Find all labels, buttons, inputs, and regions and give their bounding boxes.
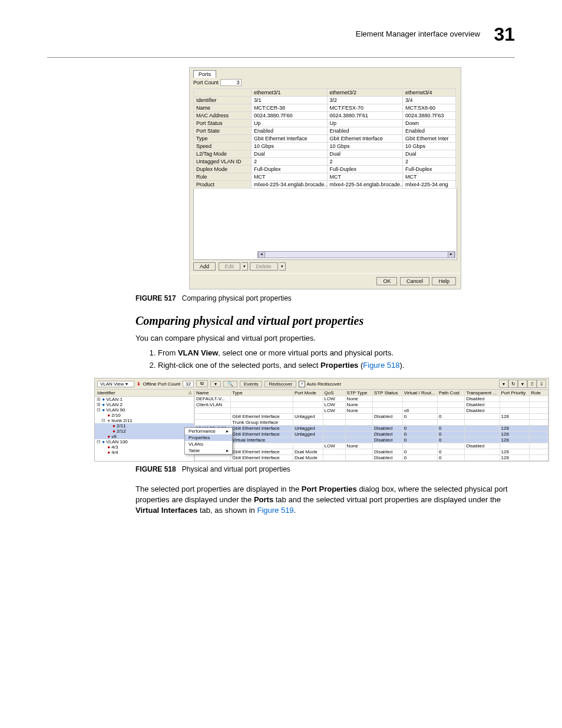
context-menu-item[interactable]: Properties [185, 434, 232, 441]
grid-row[interactable]: Gbit Ethernet InterfaceUntaggedDisabled0… [195, 414, 548, 420]
grid-cell [293, 402, 323, 408]
grid-column-header[interactable]: Role [530, 390, 548, 396]
tree-item[interactable]: ● 2/10 [95, 413, 194, 418]
view-dropdown[interactable]: VLAN View ▾ [97, 381, 134, 387]
vlan-grid-pane[interactable]: NameTypePort ModeQoSSTP TypeSTP StatusVi… [194, 390, 548, 461]
tree-item[interactable]: ⊟ ● trunk 2/11 [95, 418, 194, 423]
delete-button[interactable]: Delete [250, 262, 278, 271]
up-icon[interactable]: ⇧ [527, 380, 537, 388]
detail-header-1[interactable]: ethernet3/1 [252, 89, 328, 97]
expand-icon[interactable]: ⊟ [96, 407, 101, 413]
tree-item[interactable]: ⊟ ● VLAN 90 [95, 407, 194, 413]
tree-item[interactable]: ⊞ ● VLAN 2 [95, 402, 194, 407]
context-menu[interactable]: Performance▸PropertiesVLANsTable▸ [184, 427, 233, 454]
expand-icon[interactable] [101, 444, 106, 450]
grid-column-header[interactable]: Virtual / Rout... [402, 390, 437, 396]
tree-item[interactable]: ● 4/4 [95, 450, 194, 455]
grid-row[interactable]: Trunk Group Interface [195, 420, 548, 426]
refresh-icon[interactable]: ↻ [508, 380, 518, 388]
grid-cell: 0 [402, 449, 437, 455]
grid-column-header[interactable]: STP Status [373, 390, 403, 396]
grid-column-header[interactable]: Port Mode [293, 390, 323, 396]
grid-column-header[interactable]: QoS [323, 390, 345, 396]
events-button[interactable]: Events [240, 381, 262, 387]
grid-column-header[interactable]: Port Priority [500, 390, 530, 396]
detail-cell: Dual [327, 150, 403, 158]
auto-rediscover-checkbox[interactable]: ✓Auto Rediscover [299, 381, 341, 387]
delete-dropdown-icon[interactable]: ▾ [279, 262, 286, 271]
grid-row[interactable]: LOWNonev8Disabled [195, 408, 548, 414]
expand-icon[interactable]: ⊟ [96, 439, 101, 444]
rediscover-button[interactable]: Rediscover [265, 381, 296, 387]
grid-column-header[interactable]: Type [231, 390, 293, 396]
expand-icon[interactable] [101, 413, 106, 418]
down-icon[interactable]: ⇩ [537, 380, 546, 388]
context-menu-item[interactable]: VLANs [185, 441, 232, 447]
context-menu-item[interactable]: Performance▸ [185, 428, 232, 434]
cancel-button[interactable]: Cancel [400, 277, 429, 285]
detail-header-2[interactable]: ethernet3/2 [327, 89, 403, 97]
detail-header-3[interactable]: ethernet3/4 [403, 89, 456, 97]
tree-header[interactable]: Identifier △ [95, 390, 194, 397]
tree-item[interactable]: ● 4/3 [95, 444, 194, 450]
grid-cell: v8 [402, 408, 437, 414]
figure-517-caption: FIGURE 517 Comparing physical port prope… [135, 294, 515, 302]
edit-dropdown-icon[interactable]: ▾ [242, 262, 248, 271]
expand-icon[interactable] [107, 423, 111, 429]
toolbar-dropdown-icon[interactable]: ▾ [499, 380, 508, 388]
grid-cell [323, 437, 345, 443]
grid-row[interactable]: MLX4.32e1/12Gbit Ethernet InterfaceUntag… [195, 431, 548, 437]
dropdown-icon-2[interactable]: ▾ [518, 380, 527, 388]
expand-icon[interactable] [101, 450, 106, 455]
grid-column-header[interactable]: Transparent ... [465, 390, 500, 396]
grid-cell: Dual Mode [293, 449, 323, 455]
help-button[interactable]: Help [432, 277, 456, 285]
detail-cell: 0024.3880.7F63 [403, 112, 456, 120]
expand-icon[interactable] [107, 429, 111, 434]
scroll-right-icon[interactable]: ▸ [448, 251, 455, 258]
grid-cell: Untagged [293, 414, 323, 420]
tree-node-icon: ● [107, 444, 110, 450]
grid-row[interactable]: Client-VLANLOWNoneDisabled [195, 402, 548, 408]
search-icon[interactable]: 🔍 [223, 381, 237, 387]
tree-item[interactable]: ⊟ ● VLAN 100 [95, 439, 194, 444]
grid-row[interactable]: DEFAULT-V...LOWNoneDisabled [195, 396, 548, 402]
chart-dropdown-icon[interactable]: ▾ [210, 381, 221, 387]
port-count-label: Port Count [193, 80, 219, 85]
detail-cell: Dual [252, 150, 328, 158]
expand-icon[interactable] [101, 434, 106, 439]
grid-column-header[interactable]: STP Type [345, 390, 372, 396]
expand-icon[interactable]: ⊞ [96, 402, 101, 407]
tree-item[interactable]: ● v8 [95, 434, 194, 439]
grid-column-header[interactable]: Name [195, 390, 231, 396]
figure-518-link[interactable]: Figure 518 [363, 361, 399, 370]
detail-cell: 3/2 [327, 97, 403, 104]
grid-row[interactable]: Gbit Ethernet InterfaceDual ModeDisabled… [195, 449, 548, 455]
vlan-tree-pane[interactable]: Identifier △ ⊞ ● VLAN 1⊞ ● VLAN 2⊟ ● VLA… [95, 390, 194, 461]
edit-button[interactable]: Edit [219, 262, 241, 271]
expand-icon[interactable]: ⊟ [101, 418, 106, 423]
scroll-left-icon[interactable]: ◂ [258, 251, 265, 258]
grid-cell [530, 449, 548, 455]
expand-icon[interactable]: ⊞ [96, 397, 101, 402]
grid-row[interactable]: StarLifter_S...LOWNoneDisabled [195, 443, 548, 449]
figure-519-link[interactable]: Figure 519 [257, 506, 293, 515]
ok-button[interactable]: OK [376, 277, 397, 285]
grid-row[interactable]: Virtual InterfaceDisabled00128 [195, 437, 548, 443]
ports-tab[interactable]: Ports [193, 70, 216, 78]
add-button[interactable]: Add [193, 262, 216, 271]
grid-column-header[interactable]: Path Cost [437, 390, 464, 396]
grid-row[interactable]: Gbit Ethernet InterfaceDual ModeDisabled… [195, 455, 548, 461]
chart-icon[interactable]: ⧉ [196, 380, 208, 387]
detail-cell: 3/1 [252, 97, 328, 104]
grid-row[interactable]: MLX4.32e1/11Gbit Ethernet InterfaceUntag… [195, 426, 548, 431]
grid-cell: Disabled [465, 402, 500, 408]
ports-dialog: Ports Port Count 3 ethernet3/1 ethernet3… [189, 67, 461, 289]
detail-row-label: Untagged VLAN ID [194, 158, 252, 166]
tree-item[interactable]: ● 2/12 [95, 429, 194, 434]
tree-item[interactable]: ● 2/11 [95, 423, 194, 429]
tree-item[interactable]: ⊞ ● VLAN 1 [95, 397, 194, 402]
port-count-value: 3 [220, 79, 242, 86]
context-menu-item[interactable]: Table▸ [185, 447, 232, 454]
horizontal-scrollbar[interactable]: ◂ ▸ [257, 251, 455, 258]
